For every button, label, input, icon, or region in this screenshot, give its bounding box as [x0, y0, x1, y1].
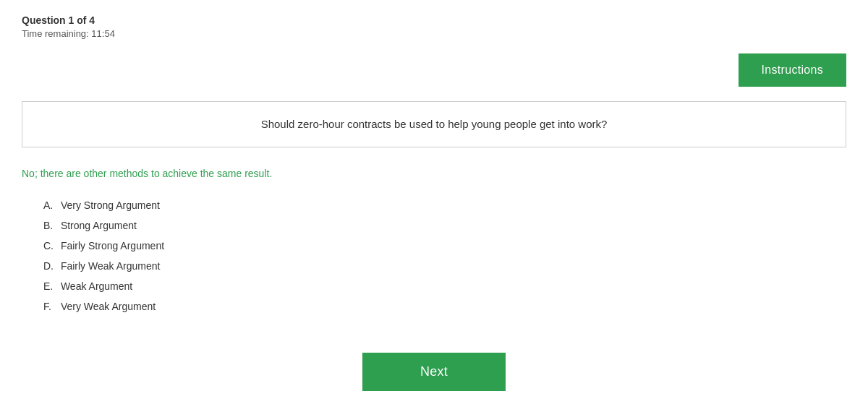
question-counter: Question 1 of 4	[22, 14, 846, 26]
question-text: Should zero-hour contracts be used to he…	[261, 118, 608, 130]
list-item[interactable]: B. Strong Argument	[43, 215, 846, 236]
option-label-text: Fairly Strong Argument	[58, 240, 164, 252]
option-letter: D.	[43, 260, 58, 272]
option-label-text: Weak Argument	[58, 280, 132, 292]
list-item[interactable]: A. Very Strong Argument	[43, 195, 846, 215]
option-label-text: Fairly Weak Argument	[58, 260, 160, 272]
next-area: Next	[0, 338, 868, 413]
list-item[interactable]: E. Weak Argument	[43, 276, 846, 296]
option-label-text: Strong Argument	[58, 220, 137, 231]
list-item[interactable]: D. Fairly Weak Argument	[43, 256, 846, 276]
answer-statement: No; there are other methods to achieve t…	[0, 162, 868, 191]
option-letter: A.	[43, 199, 58, 211]
question-box: Should zero-hour contracts be used to he…	[22, 101, 846, 147]
option-label-text: Very Weak Argument	[58, 301, 156, 312]
next-button[interactable]: Next	[362, 353, 506, 391]
option-letter: B.	[43, 220, 58, 231]
option-letter: C.	[43, 240, 58, 252]
list-item[interactable]: F. Very Weak Argument	[43, 296, 846, 317]
time-remaining: Time remaining: 11:54	[22, 28, 846, 39]
option-letter: F.	[43, 301, 58, 312]
instructions-area: Instructions	[0, 46, 868, 101]
options-list: A. Very Strong ArgumentB. Strong Argumen…	[0, 191, 868, 338]
option-label-text: Very Strong Argument	[58, 199, 160, 211]
option-letter: E.	[43, 280, 58, 292]
list-item[interactable]: C. Fairly Strong Argument	[43, 236, 846, 256]
top-bar: Question 1 of 4 Time remaining: 11:54	[0, 0, 868, 46]
instructions-button[interactable]: Instructions	[739, 53, 846, 87]
